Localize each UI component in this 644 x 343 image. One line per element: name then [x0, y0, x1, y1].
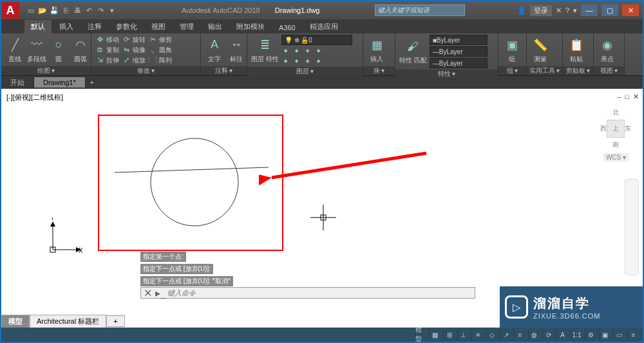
arc-button[interactable]: ◠圆弧 — [71, 37, 90, 64]
status-model[interactable]: 模型 — [415, 329, 426, 340]
layer-dropdown[interactable]: 💡 ❄ 🔓 0 — [281, 35, 352, 45]
fillet-button[interactable]: ◟圆角 — [148, 46, 172, 55]
ribbon-tab-a360[interactable]: A360 — [272, 22, 302, 33]
panel-block-title[interactable]: 块 ▾ — [363, 66, 395, 75]
status-custom-icon[interactable]: ≡ — [627, 329, 639, 340]
ribbon-tab-output[interactable]: 输出 — [202, 20, 229, 33]
doc-tab-new[interactable]: + — [86, 79, 99, 86]
panel-groups-title[interactable]: 组 ▾ — [498, 66, 526, 75]
qat-save-icon[interactable]: 💾 — [49, 5, 59, 15]
line-button[interactable]: ╱直线 — [5, 37, 24, 64]
status-scale[interactable]: 1:1 — [571, 329, 582, 340]
dropdown-icon[interactable]: ▾ — [573, 6, 577, 15]
command-input[interactable] — [167, 289, 475, 297]
measure-button[interactable]: 📏测量 — [531, 37, 550, 64]
text-button[interactable]: A文字 — [205, 37, 224, 64]
panel-modify-title[interactable]: 修改 ▾ — [91, 66, 200, 75]
dim-button[interactable]: ↔标注 — [227, 37, 246, 64]
qat-open-icon[interactable]: 📂 — [37, 5, 48, 15]
status-osnap-icon[interactable]: ◇ — [486, 329, 497, 340]
stretch-button[interactable]: ⇲拉伸 — [95, 56, 119, 65]
rotate-button[interactable]: ⟳旋转 — [122, 35, 146, 44]
status-cycle-icon[interactable]: ⟳ — [542, 329, 554, 340]
insert-block-button[interactable]: ▦插入 — [367, 37, 386, 64]
panel-utilities-title[interactable]: 实用工具 ▾ — [527, 66, 562, 75]
vp-restore-icon[interactable]: □ — [625, 93, 629, 101]
vp-min-icon[interactable]: – — [617, 93, 621, 101]
drawing-area[interactable]: [-][俯视][二维线框] – □ ✕ 北 西 上 东 南 WCS ▾ Y — [1, 89, 643, 311]
login-button[interactable]: 登录 — [530, 5, 552, 16]
layout-new[interactable]: + — [106, 315, 124, 327]
status-ortho-icon[interactable]: ⊥ — [457, 329, 469, 340]
layout-arch[interactable]: Architectural 标题栏 — [30, 315, 106, 328]
ribbon-tab-addins[interactable]: 附加模块 — [230, 20, 271, 33]
ribbon-tab-annotate[interactable]: 注释 — [81, 20, 108, 33]
array-button[interactable]: ⋮⋮阵列 — [148, 56, 172, 65]
status-iso-icon[interactable]: ▣ — [599, 329, 611, 340]
qat-new-icon[interactable]: ▭ — [26, 5, 36, 15]
ribbon-tab-view[interactable]: 视图 — [145, 20, 172, 33]
window-maximize-button[interactable]: ▢ — [601, 5, 618, 16]
ribbon-tab-insert[interactable]: 插入 — [53, 20, 80, 33]
layer-icon-2[interactable]: ✦ — [292, 46, 301, 55]
layer-icon-1[interactable]: ✦ — [281, 46, 290, 55]
doc-tab-start[interactable]: 开始 — [1, 77, 34, 89]
linetype-dropdown[interactable]: — ByLayer — [430, 58, 488, 68]
status-clean-icon[interactable]: ▭ — [613, 329, 625, 340]
status-grid-icon[interactable]: ▦ — [429, 329, 440, 340]
polyline-button[interactable]: 〰多段线 — [27, 37, 46, 64]
layer-icon-3[interactable]: ✦ — [303, 46, 312, 55]
layer-icon-6[interactable]: ✦ — [292, 57, 301, 66]
window-close-button[interactable]: ✕ — [622, 5, 639, 16]
status-lwt-icon[interactable]: ≡ — [514, 329, 526, 340]
panel-properties-title[interactable]: 特性 ▾ — [395, 70, 498, 79]
base-button[interactable]: ◉基点 — [598, 37, 617, 64]
command-line[interactable]: ✕ ▸_ — [140, 287, 475, 299]
vp-close-icon[interactable]: ✕ — [633, 93, 639, 101]
status-transparency-icon[interactable]: ◍ — [528, 329, 540, 340]
scale-button[interactable]: ⤢缩放 — [122, 56, 146, 65]
color-dropdown[interactable]: ■ ByLayer — [430, 35, 488, 45]
layer-props-button[interactable]: ≣图层 特性 — [251, 37, 279, 64]
viewcube-face[interactable]: 上 — [607, 120, 625, 138]
qat-more-icon[interactable]: ▾ — [107, 5, 117, 15]
status-otrack-icon[interactable]: ↗ — [500, 329, 511, 340]
help-search-input[interactable]: 键入关键字或短语 — [375, 5, 465, 16]
ribbon-tab-featured[interactable]: 精选应用 — [303, 20, 345, 33]
window-minimize-button[interactable]: — — [581, 5, 598, 16]
layout-model[interactable]: 模型 — [1, 315, 30, 328]
copy-button[interactable]: ⧉复制 — [95, 46, 119, 55]
panel-clipboard-title[interactable]: 剪贴板 ▾ — [563, 66, 593, 75]
qat-undo-icon[interactable]: ↶ — [84, 5, 94, 15]
navigation-bar[interactable] — [625, 179, 639, 275]
ribbon-tab-home[interactable]: 默认 — [24, 20, 52, 33]
qat-plot-icon[interactable]: 🖶 — [72, 5, 82, 15]
exchange-icon[interactable]: ✕ — [556, 6, 562, 15]
app-icon[interactable]: A — [1, 2, 19, 19]
lineweight-dropdown[interactable]: — ByLayer — [430, 46, 488, 57]
layer-icon-8[interactable]: ✦ — [314, 57, 323, 66]
move-button[interactable]: ✥移动 — [95, 35, 119, 44]
group-button[interactable]: ▣组 — [502, 37, 522, 64]
ribbon-tab-manage[interactable]: 管理 — [173, 20, 200, 33]
panel-annotation-title[interactable]: 注释 ▾ — [201, 66, 247, 75]
layer-icon-7[interactable]: ✦ — [303, 57, 312, 66]
doc-tab-drawing1[interactable]: Drawing1* — [34, 77, 86, 88]
status-gear-icon[interactable]: ⚙ — [585, 329, 596, 340]
wcs-dropdown[interactable]: WCS ▾ — [603, 153, 629, 162]
matchprop-button[interactable]: 🖌特性 匹配 — [399, 38, 427, 65]
circle-button[interactable]: ○圆 — [49, 37, 68, 64]
help-icon[interactable]: ? — [565, 6, 569, 14]
ribbon-tab-parametric[interactable]: 参数化 — [109, 20, 144, 33]
signin-icon[interactable]: 👤 — [517, 6, 526, 15]
panel-layers-title[interactable]: 图层 ▾ — [247, 67, 363, 76]
status-anno-icon[interactable]: A — [556, 329, 568, 340]
paste-button[interactable]: 📋粘贴 — [567, 37, 586, 64]
qat-redo-icon[interactable]: ↷ — [95, 5, 106, 15]
panel-view-title[interactable]: 视图 ▾ — [594, 66, 624, 75]
status-polar-icon[interactable]: ✳ — [471, 329, 483, 340]
trim-button[interactable]: ✂修剪 — [148, 35, 172, 44]
cmd-close-icon[interactable]: ✕ — [141, 287, 154, 299]
layer-icon-4[interactable]: ✦ — [314, 46, 323, 55]
layer-icon-5[interactable]: ✦ — [281, 57, 290, 66]
